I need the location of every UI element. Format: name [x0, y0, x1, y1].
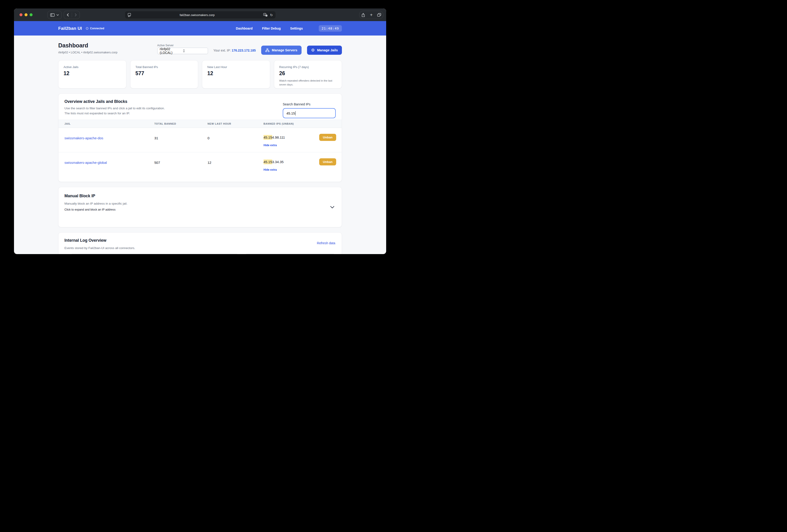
translate-icon[interactable]: A *: [263, 13, 268, 17]
stat-cards: Active Jails 12 Total Banned IPs 577 New…: [58, 60, 342, 88]
close-window-button[interactable]: [20, 13, 22, 16]
active-server-label: Active Server: [157, 44, 208, 47]
search-banned-ips-label: Search Banned IPs: [283, 103, 336, 106]
stat-card-total-banned: Total Banned IPs 577: [130, 60, 198, 88]
address-bar[interactable]: fail2ban.swissmakers.corp A * ↻: [125, 11, 276, 19]
table-row: swissmakers-apache-global 507 12 45.153.…: [59, 152, 342, 177]
connection-status: Connected: [86, 27, 104, 30]
svg-text:A: A: [264, 14, 265, 16]
clock-badge: 21:48:49: [319, 25, 342, 31]
active-server-select[interactable]: rlinfp02 (LOCAL): [157, 48, 208, 54]
share-button[interactable]: [359, 11, 367, 19]
stat-card-recurring-ips: Recurring IPs (7 days) 26 Watch repeated…: [274, 60, 342, 88]
new-last-hour-value: 12: [208, 161, 263, 164]
manual-block-note: Click to expand and block an IP address: [64, 208, 336, 211]
new-tab-button[interactable]: +: [367, 11, 376, 19]
manage-jails-label: Manage Jails: [317, 48, 338, 52]
browser-toolbar: fail2ban.swissmakers.corp A * ↻: [14, 8, 386, 21]
hide-extra-link[interactable]: Hide extra: [263, 143, 277, 147]
stat-label: New Last Hour: [207, 65, 265, 69]
manage-jails-button[interactable]: ⚙ Manage Jails: [307, 46, 342, 55]
nav-link-settings[interactable]: Settings: [290, 27, 303, 30]
overview-desc-1: Use the search to filter banned IPs and …: [64, 107, 225, 110]
stat-label: Active Jails: [64, 65, 121, 69]
external-ip-label: Your ext. IP:: [213, 49, 231, 52]
connection-status-label: Connected: [90, 27, 104, 30]
page-format-icon[interactable]: [128, 13, 131, 17]
unban-button[interactable]: Unban: [319, 134, 336, 141]
manage-servers-label: Manage Servers: [272, 48, 297, 52]
column-header-banned-ips: Banned IPs (Unban): [263, 123, 342, 125]
stat-card-active-jails: Active Jails 12: [58, 60, 126, 88]
select-stepper-icon: [183, 49, 206, 52]
refresh-data-link[interactable]: Refresh data: [317, 241, 335, 245]
stat-value: 12: [207, 70, 265, 76]
manual-block-desc: Manually block an IP address in a specif…: [64, 202, 336, 205]
url-text: fail2ban.swissmakers.corp: [131, 13, 263, 17]
sidebar-toggle-button[interactable]: [47, 11, 62, 19]
reload-icon[interactable]: ↻: [270, 13, 273, 17]
total-banned-value: 31: [154, 136, 208, 140]
banned-ip: 45.153.34.35: [263, 160, 284, 164]
app-brand: Fail2ban UI: [58, 26, 82, 31]
jail-link[interactable]: swissmakers-apache-dos: [64, 136, 103, 140]
ip-rest: 4.98.111: [272, 135, 285, 139]
log-filter-input[interactable]: [70, 254, 239, 254]
chevron-down-icon: [57, 14, 59, 16]
expand-chevron-icon[interactable]: [330, 206, 334, 208]
active-server-value: rlinfp02 (LOCAL): [160, 47, 183, 54]
log-title: Internal Log Overview: [64, 238, 336, 243]
stat-label: Total Banned IPs: [135, 65, 193, 69]
ip-rest: 3.34.35: [272, 160, 284, 164]
window-controls: [20, 13, 33, 16]
ip-search-highlight: 45.15: [263, 159, 272, 164]
nav-link-dashboard[interactable]: Dashboard: [236, 27, 253, 30]
back-button[interactable]: [64, 11, 72, 19]
search-banned-ips-input[interactable]: 45.15: [283, 108, 336, 118]
stat-note: Watch repeated offenders detected in the…: [279, 79, 337, 86]
new-last-hour-value: 0: [208, 136, 263, 140]
external-ip-value[interactable]: 176.223.172.185: [232, 49, 256, 52]
minimize-window-button[interactable]: [24, 13, 27, 16]
stat-card-new-last-hour: New Last Hour 12: [202, 60, 270, 88]
jail-link[interactable]: swissmakers-apache-global: [64, 161, 107, 164]
search-input-value: 45.15: [286, 111, 295, 115]
total-banned-value: 507: [154, 161, 208, 164]
zoom-window-button[interactable]: [29, 13, 33, 16]
stat-value: 577: [135, 70, 193, 76]
banned-ip: 45.154.98.111: [263, 135, 285, 139]
table-row: swissmakers-apache-dos 31 0 45.154.98.11…: [59, 128, 342, 152]
stat-label: Recurring IPs (7 days): [279, 65, 337, 69]
sitemap-icon: [265, 48, 270, 52]
manual-block-ip-card[interactable]: Manual Block IP Manually block an IP add…: [58, 187, 342, 227]
app-navbar: Fail2ban UI Connected Dashboard Filter D…: [14, 21, 386, 36]
page-header: Dashboard rlinfp02 • LOCAL • rlinfp02.sw…: [58, 42, 342, 55]
stat-value: 26: [279, 70, 337, 76]
hide-extra-link[interactable]: Hide extra: [263, 168, 277, 171]
server-breadcrumb: rlinfp02 • LOCAL • rlinfp02.swissmakers.…: [58, 51, 118, 54]
manual-block-title: Manual Block IP: [64, 194, 336, 198]
log-desc: Events stored by Fail2ban-UI across all …: [64, 246, 336, 250]
stat-value: 12: [64, 70, 121, 76]
column-header-total-banned: Total Banned: [154, 123, 208, 125]
forward-button[interactable]: [72, 11, 80, 19]
table-header: Jail Total Banned New Last Hour Banned I…: [59, 119, 342, 128]
external-ip: Your ext. IP: 176.223.172.185: [213, 49, 256, 52]
toolbar-actions: +: [359, 11, 383, 19]
history-nav: [64, 11, 80, 19]
page-title: Dashboard: [58, 42, 118, 49]
nav-link-filter-debug[interactable]: Filter Debug: [262, 27, 281, 30]
unban-button[interactable]: Unban: [319, 158, 336, 165]
status-ring-icon: [86, 27, 88, 30]
gear-icon: ⚙: [311, 48, 315, 52]
tabs-overview-button[interactable]: [375, 11, 383, 19]
column-header-new-last-hour: New Last Hour: [208, 123, 263, 125]
sidebar-icon: [50, 13, 55, 17]
column-header-jail: Jail: [59, 123, 154, 125]
ip-search-highlight: 45.15: [263, 135, 272, 140]
browser-window: fail2ban.swissmakers.corp A * ↻: [14, 8, 386, 254]
log-filter-select[interactable]: [244, 254, 336, 254]
manage-servers-button[interactable]: Manage Servers: [261, 46, 301, 55]
jails-overview-card: Overview active Jails and Blocks Use the…: [58, 93, 342, 182]
overview-desc-2: The lists must not expanded to search fo…: [64, 112, 225, 115]
